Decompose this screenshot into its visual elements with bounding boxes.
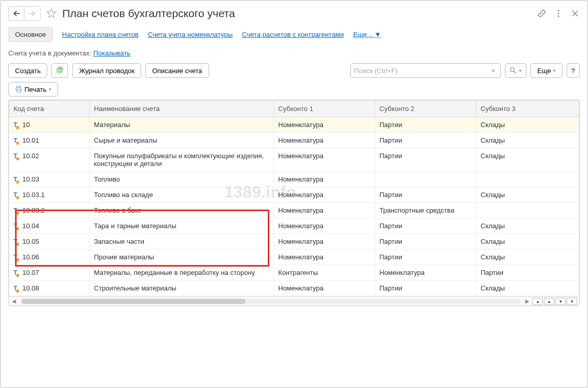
col-sub2[interactable]: Субконто 2 [375, 101, 476, 117]
cell-code: T 10.05 [9, 234, 90, 250]
table-row[interactable]: T 10.04Тара и тарные материалыНоменклату… [9, 218, 579, 234]
horizontal-scrollbar[interactable]: ◀ ▶ ▴ ▴ ▾ ▾ [9, 296, 579, 306]
cell-sub1: Контрагенты [274, 265, 375, 281]
cell-sub2: Партии [375, 250, 476, 265]
search-box[interactable]: × [350, 63, 501, 78]
cell-sub3 [476, 203, 579, 218]
cell-sub2: Партии [375, 234, 476, 250]
cell-name: Покупные полуфабрикаты и комплектующие и… [90, 148, 274, 172]
toolbar: Создать Журнал проводок Описание счета ×… [8, 63, 580, 78]
cell-name: Строительные материалы [90, 281, 274, 296]
table-header: Код счета Наименование счета Субконто 1 … [9, 101, 579, 117]
account-icon: T [13, 254, 17, 261]
search-button[interactable]: ▾ [505, 63, 526, 78]
scroll-left-icon[interactable]: ◀ [9, 298, 19, 304]
close-icon[interactable] [570, 9, 580, 18]
cell-code: T 10.03 [9, 172, 90, 187]
scroll-bottom-icon[interactable]: ▾ [567, 298, 577, 305]
table-row[interactable]: T 10.01Сырье и материалыНоменклатураПарт… [9, 133, 579, 148]
svg-rect-8 [17, 90, 21, 92]
cell-sub1: Номенклатура [274, 234, 375, 250]
cell-name: Запасные части [90, 234, 274, 250]
cell-code: T 10.08 [9, 281, 90, 296]
cell-code: T 10 [9, 117, 90, 133]
create-copy-button[interactable] [51, 63, 68, 78]
table-row[interactable]: T 10.03.2Топливо в бакеНоменклатураТранс… [9, 203, 579, 218]
filter-toggle[interactable]: Показывать [93, 49, 130, 57]
col-code[interactable]: Код счета [9, 101, 90, 117]
cell-sub3 [476, 172, 579, 187]
forward-button[interactable] [24, 7, 40, 20]
help-button[interactable]: ? [567, 63, 580, 78]
printer-icon [15, 86, 22, 93]
accounts-table: Код счета Наименование счета Субконто 1 … [8, 100, 580, 306]
create-button[interactable]: Создать [8, 63, 47, 78]
table-row[interactable]: T 10МатериалыНоменклатураПартииСклады [9, 117, 579, 133]
cell-code: T 10.03.1 [9, 187, 90, 203]
more-button[interactable]: Еще ▾ [530, 63, 562, 78]
svg-point-0 [558, 10, 559, 11]
col-sub1[interactable]: Субконто 1 [274, 101, 375, 117]
print-button[interactable]: Печать ▾ [8, 82, 58, 96]
cell-code: T 10.02 [9, 148, 90, 172]
cell-sub2: Партии [375, 281, 476, 296]
scroll-down-icon[interactable]: ▾ [555, 298, 566, 305]
scroll-up-icon[interactable]: ▴ [544, 298, 554, 305]
cell-name: Топливо на складе [90, 187, 274, 203]
description-button[interactable]: Описание счета [145, 63, 209, 78]
cell-sub1: Номенклатура [274, 117, 375, 133]
window-header: План счетов бухгалтерского учета [8, 6, 580, 21]
cell-sub1: Номенклатура [274, 281, 375, 296]
tab-main[interactable]: Основное [8, 27, 53, 42]
cell-sub1: Номенклатура [274, 133, 375, 148]
search-input[interactable] [354, 67, 489, 75]
cell-sub1: Номенклатура [274, 187, 375, 203]
favorite-star-icon[interactable] [46, 8, 57, 19]
table-row[interactable]: T 10.03ТопливоНоменклатура [9, 172, 579, 187]
tab-more[interactable]: Еще... ▼ [353, 31, 381, 38]
cell-sub1: Номенклатура [274, 218, 375, 234]
scroll-right-icon[interactable]: ▶ [522, 298, 532, 304]
cell-sub2 [375, 172, 476, 187]
cell-sub3: Склады [476, 281, 579, 296]
journal-button[interactable]: Журнал проводок [72, 63, 141, 78]
account-icon: T [13, 137, 17, 144]
cell-sub2: Партии [375, 187, 476, 203]
cell-name: Материалы [90, 117, 274, 133]
col-name[interactable]: Наименование счета [90, 101, 274, 117]
cell-name: Прочие материалы [90, 250, 274, 265]
svg-point-1 [558, 13, 559, 15]
scrollbar-thumb[interactable] [21, 299, 245, 304]
table-row[interactable]: T 10.08Строительные материалыНоменклатур… [9, 281, 579, 296]
cell-sub1: Номенклатура [274, 148, 375, 172]
table-row[interactable]: T 10.07Материалы, переданные в переработ… [9, 265, 579, 281]
scroll-top-icon[interactable]: ▴ [532, 298, 543, 305]
filter-label: Счета учета в документах: [8, 49, 91, 57]
cell-sub2: Партии [375, 148, 476, 172]
account-icon: T [13, 207, 17, 214]
table-row[interactable]: T 10.05Запасные частиНоменклатураПартииС… [9, 234, 579, 250]
menu-dots-icon[interactable] [554, 9, 563, 18]
tab-settings[interactable]: Настройка плана счетов [62, 31, 139, 38]
tab-counterparties[interactable]: Счета расчетов с контрагентами [242, 31, 344, 38]
plus-icon [56, 66, 63, 75]
table-row[interactable]: T 10.02Покупные полуфабрикаты и комплект… [9, 148, 579, 172]
page-title: План счетов бухгалтерского учета [62, 7, 537, 20]
table-row[interactable]: T 10.03.1Топливо на складеНоменклатураПа… [9, 187, 579, 203]
nav-arrows [8, 6, 40, 21]
cell-sub2: Партии [375, 133, 476, 148]
cell-sub1: Номенклатура [274, 203, 375, 218]
account-icon: T [13, 223, 17, 230]
account-icon: T [13, 269, 17, 276]
tab-nomenclature[interactable]: Счета учета номенклатуры [148, 31, 233, 38]
search-clear-icon[interactable]: × [489, 67, 498, 75]
back-button[interactable] [9, 7, 24, 20]
col-sub3[interactable]: Субконто 3 [476, 101, 579, 117]
cell-code: T 10.01 [9, 133, 90, 148]
cell-sub3: Склады [476, 117, 579, 133]
cell-code: T 10.06 [9, 250, 90, 265]
cell-sub3: Склады [476, 218, 579, 234]
table-row[interactable]: T 10.06Прочие материалыНоменклатураПарти… [9, 250, 579, 265]
link-icon[interactable] [537, 9, 546, 18]
cell-code: T 10.03.2 [9, 203, 90, 218]
